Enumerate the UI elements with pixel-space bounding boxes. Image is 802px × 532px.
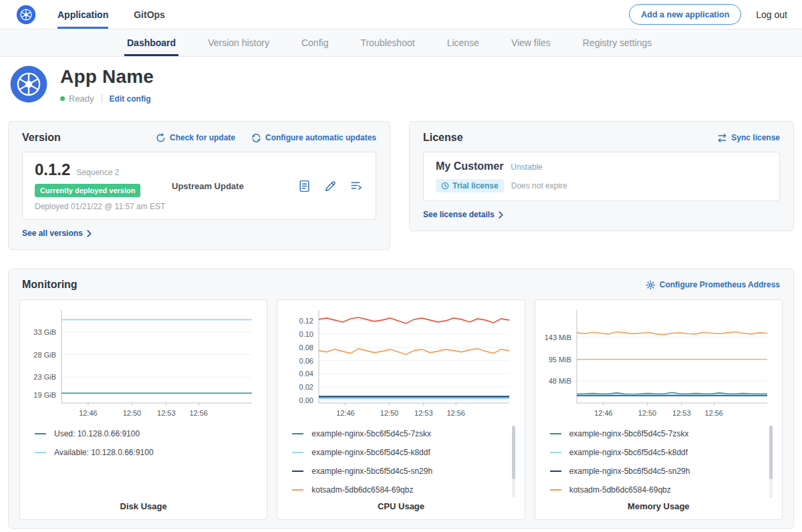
legend-item[interactable]: example-nginx-5bc6f5d4c5-sn29h (285, 462, 507, 481)
configure-automatic-updates-label: Configure automatic updates (265, 133, 376, 142)
deployed-status-badge: Currently deployed version (35, 184, 140, 197)
memory-usage-chart: 143 MiB95 MiB48 MiB12:4612:5012:5312:56 (543, 307, 774, 420)
svg-text:12:46: 12:46 (594, 409, 613, 417)
cards-row: Version Check for update Configure autom… (0, 121, 802, 250)
svg-text:0.06: 0.06 (299, 357, 313, 365)
ready-status-label: Ready (69, 94, 94, 104)
edit-config-link[interactable]: Edit config (110, 94, 151, 104)
series-label: example-nginx-5bc6f5d4c5-7zskx (311, 429, 431, 438)
disk-usage-chart-card: 33 GiB28 GiB23 GiB19 GiB12:4612:5012:531… (19, 299, 267, 520)
sync-license-link[interactable]: Sync license (717, 133, 780, 143)
see-license-details-link[interactable]: See license details (423, 210, 503, 219)
subnav-item-view-files[interactable]: View files (495, 29, 567, 56)
configure-automatic-updates-link[interactable]: Configure automatic updates (251, 133, 376, 143)
memory-usage-legend: example-nginx-5bc6f5d4c5-7zskxexample-ng… (543, 424, 774, 499)
svg-text:0.10: 0.10 (299, 330, 313, 338)
deploy-logs-icon[interactable] (350, 179, 364, 193)
logout-link[interactable]: Log out (756, 9, 787, 20)
current-version-box: 0.1.2 Sequence 2 Currently deployed vers… (22, 152, 376, 220)
subnav-item-registry-settings[interactable]: Registry settings (567, 29, 668, 56)
legend-item[interactable]: Used: 10.128.0.66:9100 (28, 424, 249, 443)
subnav-item-license[interactable]: License (431, 29, 495, 56)
svg-text:19 GiB: 19 GiB (33, 391, 56, 399)
subnav-item-version-history[interactable]: Version history (192, 29, 285, 56)
legend-item[interactable]: example-nginx-5bc6f5d4c5-7zskx (543, 424, 765, 443)
subnav-item-config[interactable]: Config (285, 29, 344, 56)
trial-license-label: Trial license (452, 181, 499, 190)
app-icon (9, 65, 48, 104)
svg-text:12:50: 12:50 (123, 409, 142, 417)
svg-text:0.02: 0.02 (299, 383, 313, 391)
check-for-update-link[interactable]: Check for update (156, 133, 235, 143)
memory-usage-chart-card: 143 MiB95 MiB48 MiB12:4612:5012:5312:56 … (535, 299, 783, 520)
svg-text:23 GiB: 23 GiB (33, 373, 56, 381)
legend-scrollbar-thumb[interactable] (769, 426, 773, 479)
legend-item[interactable]: Available: 10.128.0.66:9100 (28, 443, 249, 462)
svg-text:12:56: 12:56 (704, 409, 723, 417)
legend-item[interactable]: kotsadm-5db6dc6584-69qbz (543, 481, 765, 499)
kubernetes-logo-icon[interactable] (16, 5, 36, 25)
svg-text:0.04: 0.04 (299, 370, 313, 378)
svg-text:12:46: 12:46 (336, 409, 355, 417)
version-action-icons (297, 179, 364, 193)
svg-text:0.00: 0.00 (299, 396, 313, 404)
edit-yaml-icon[interactable] (323, 179, 338, 193)
svg-text:28 GiB: 28 GiB (33, 351, 56, 359)
license-expiry: Does not expire (511, 181, 567, 190)
tab-application[interactable]: Application (57, 0, 108, 29)
legend-item[interactable]: example-nginx-5bc6f5d4c5-k8ddf (285, 443, 507, 462)
series-color-swatch (292, 452, 303, 453)
license-card-title: License (423, 132, 463, 144)
version-card-title: Version (22, 132, 61, 144)
series-color-swatch (550, 489, 561, 491)
chevron-right-icon (87, 230, 92, 237)
app-status-row: Ready Edit config (60, 94, 154, 104)
legend-scrollbar-track (512, 426, 515, 498)
license-card-header: License Sync license (423, 132, 780, 144)
top-nav-left: Application GitOps (16, 0, 190, 29)
version-card: Version Check for update Configure autom… (8, 121, 390, 250)
svg-text:33 GiB: 33 GiB (33, 328, 56, 336)
see-all-versions-link[interactable]: See all versions (22, 229, 92, 238)
version-number: 0.1.2 (35, 160, 70, 179)
add-new-application-button[interactable]: Add a new application (629, 4, 741, 25)
gear-icon (646, 280, 656, 290)
legend-item[interactable]: example-nginx-5bc6f5d4c5-k8ddf (543, 443, 765, 462)
tab-gitops[interactable]: GitOps (134, 0, 165, 29)
charts-row: 33 GiB28 GiB23 GiB19 GiB12:4612:5012:531… (19, 299, 783, 520)
configure-prometheus-link[interactable]: Configure Prometheus Address (646, 280, 780, 290)
svg-text:12:53: 12:53 (157, 409, 176, 417)
legend-item[interactable]: example-nginx-5bc6f5d4c5-7zskx (285, 424, 507, 443)
subnav-item-troubleshoot[interactable]: Troubleshoot (344, 29, 430, 56)
see-license-details-label: See license details (423, 210, 495, 219)
legend-item[interactable]: example-nginx-5bc6f5d4c5-sn29h (543, 462, 765, 481)
legend-item[interactable]: kotsadm-5db6dc6584-69qbz (285, 481, 507, 499)
svg-text:12:46: 12:46 (79, 409, 98, 417)
legend-scrollbar-thumb[interactable] (512, 426, 515, 479)
monitoring-section: Monitoring Configure Prometheus Address … (8, 269, 794, 529)
subnav-item-dashboard[interactable]: Dashboard (111, 29, 192, 56)
refresh-icon (156, 133, 166, 143)
svg-text:12:56: 12:56 (447, 409, 466, 417)
trial-license-badge: Trial license (436, 179, 504, 192)
series-color-swatch (550, 452, 561, 453)
ready-status-dot (60, 96, 65, 101)
memory-usage-chart-title: Memory Usage (543, 501, 774, 511)
svg-text:12:53: 12:53 (414, 409, 433, 417)
series-label: kotsadm-5db6dc6584-69qbz (569, 485, 671, 495)
monitoring-header: Monitoring Configure Prometheus Address (19, 279, 783, 291)
svg-text:0.08: 0.08 (299, 344, 313, 352)
svg-text:48 MiB: 48 MiB (548, 377, 571, 385)
svg-text:12:53: 12:53 (672, 409, 691, 417)
version-info: 0.1.2 Sequence 2 Currently deployed vers… (35, 160, 172, 211)
svg-text:0.12: 0.12 (299, 317, 313, 325)
channel-name: Unstable (511, 162, 542, 172)
release-notes-icon[interactable] (297, 179, 311, 193)
series-label: example-nginx-5bc6f5d4c5-k8ddf (311, 448, 430, 457)
series-color-swatch (292, 471, 303, 472)
app-subnav: Dashboard Version history Config Trouble… (0, 29, 802, 57)
svg-text:12:56: 12:56 (189, 409, 208, 417)
configure-prometheus-label: Configure Prometheus Address (660, 280, 780, 289)
disk-usage-legend: Used: 10.128.0.66:9100Available: 10.128.… (28, 424, 259, 462)
sync-license-label: Sync license (731, 133, 780, 142)
